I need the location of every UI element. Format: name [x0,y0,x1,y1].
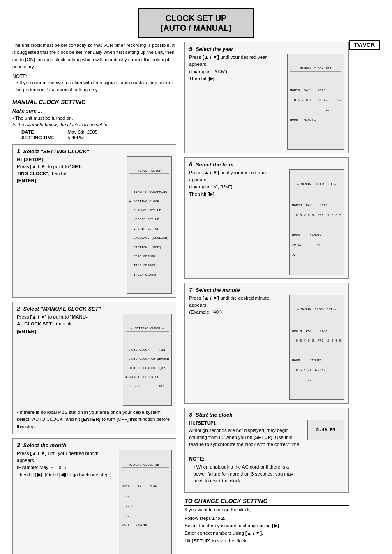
change-step-2: Select the item you want to change using… [184,522,348,529]
step-5-block: 5 Select the year Press [▲ / ▼] until yo… [184,42,348,153]
change-step-1: Follow steps 1 to 2. [184,515,348,522]
manual-clock-heading: MANUAL CLOCK SETTING [12,99,176,106]
time-label: SETTING TIME [21,135,67,140]
unit-on-bullet: • The unit must be turned on. [12,115,176,120]
intro-notes: If you cannot receive a station with tim… [12,79,176,94]
step-2-text: Press [▲ / ▼] to point to "MANU-AL CLOCK… [17,314,119,335]
step-5-lcd: – MANUAL CLOCK SET – MONTH DAY YEAR 0 5 … [287,54,344,150]
step-2-bullet-item: If there is no local PBS station in your… [17,409,172,430]
step-1-lcd: - TV/VCR SETUP - TIMER PROGRAMMING ▶ SET… [127,156,172,294]
step-6-text: Press [▲ / ▼] until your desired hour ap… [189,169,285,198]
change-clock-heading: TO CHANGE CLOCK SETTING [184,498,348,506]
step-7-text: Press [▲ / ▼] until the desired minute a… [189,295,285,316]
intro-paragraph: The unit clock must be set correctly so … [12,42,176,70]
step-3-number: 3 Select the month [17,442,172,448]
step-3-block: 3 Select the month Press [▲ / ▼] until y… [12,438,176,554]
make-sure-label: Make sure ... [12,108,176,114]
step-6-lcd: – MANUAL CLOCK SET – MONTH DAY YEAR 0 5 … [289,169,344,275]
step-1-block: 1 Select "SETTING CLOCK" Hit [SETUP]. Pr… [12,144,176,298]
step-8-note-item: When unplugging the AC cord or if there … [193,464,303,485]
step-8-block: 8 Start the clock Hit [SETUP]. Although … [184,408,348,492]
step-7-lcd: – MANUAL CLOCK SET – MONTH DAY YEAR 0 5 … [289,295,344,400]
change-clock-section: TO CHANGE CLOCK SETTING If you want to c… [184,498,348,545]
change-step-3: Enter correct numbers using [▲ / ▼]. [184,529,348,537]
step-8-lcd: 5:40 PM [307,420,344,440]
step-2-bullets: If there is no local PBS station in your… [17,409,172,430]
step-1-number: 1 Select "SETTING CLOCK" [17,148,172,155]
step-8-note-list: When unplugging the AC cord or if there … [189,464,303,485]
page-title: CLOCK SET UP (AUTO / MANUAL) [148,13,244,33]
left-column: The unit clock must be set correctly so … [12,42,176,554]
date-label: DATE [21,129,67,134]
tv-vcr-badge: TV/VCR [349,40,380,50]
step-8-number: 8 Start the clock [189,411,344,418]
date-value: May 6th, 2005 [68,129,98,134]
step-2-block: 2 Select "MANUAL CLOCK SET" Press [▲ / ▼… [12,302,176,434]
change-intro: If you want to change the clock, [184,507,348,512]
step-2-number: 2 Select "MANUAL CLOCK SET" [17,305,172,312]
step-2-lcd: – SETTING CLOCK – AUTO CLOCK [ON] AUTO C… [123,314,172,406]
step-3-lcd: – MANUAL CLOCK SET – MONTH DAY YEAR ↗↙ 0… [119,450,172,554]
step-7-number: 7 Select the minute [189,286,344,293]
step-8-text: Hit [SETUP]. Although seconds are not di… [189,420,303,489]
change-step-4: Hit [SETUP] to start the clock. [184,537,348,545]
step-1-text: Hit [SETUP]. Press [▲ / ▼] to point to "… [17,156,122,185]
time-value: 5:40PM [68,135,98,140]
step-5-number: 5 Select the year [189,46,344,52]
right-column: 5 Select the year Press [▲ / ▼] until yo… [184,42,348,554]
page-title-box: CLOCK SET UP (AUTO / MANUAL) [138,8,254,38]
step-3-text: Press [▲ / ▼] until your desired month a… [17,450,115,478]
step-7-block: 7 Select the minute Press [▲ / ▼] until … [184,283,348,404]
date-time-table: DATE May 6th, 2005 SETTING TIME 5:40PM [21,129,98,141]
clock-display: 5:40 PM [316,427,335,433]
step-8-note-label: NOTE: [189,456,204,462]
step-6-number: 6 Select the hour [189,161,344,168]
intro-note-label: NOTE: [12,74,176,79]
intro-note-item: If you cannot receive a station with tim… [16,79,176,94]
step-5-text: Press [▲ / ▼] until your desired year ap… [189,54,283,82]
change-steps-list: Follow steps 1 to 2. Select the item you… [184,515,348,545]
italic-note: In the example below, the clock is to be… [12,122,176,127]
step-6-block: 6 Select the hour Press [▲ / ▼] until yo… [184,157,348,279]
